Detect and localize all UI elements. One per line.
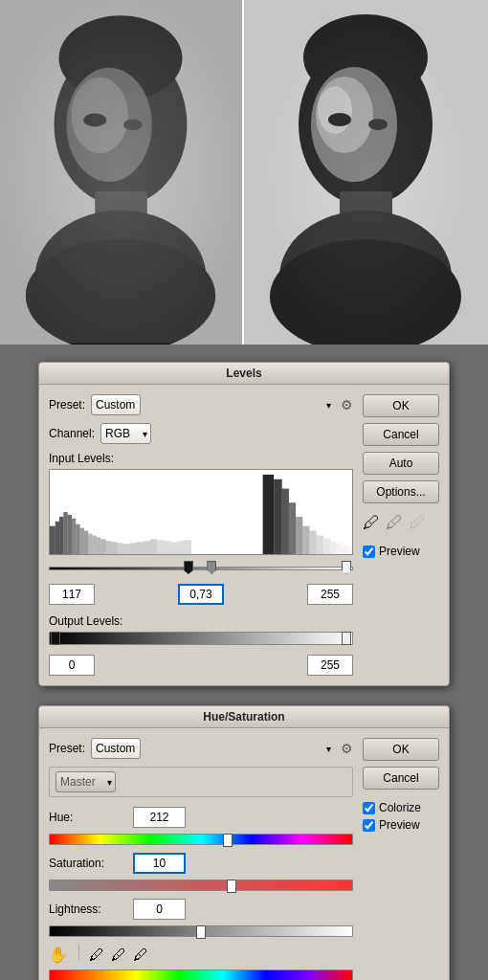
- lightness-slider-track[interactable]: [49, 925, 353, 937]
- huesat-check-rows: Colorize Preview: [363, 801, 439, 832]
- svg-rect-50: [263, 475, 274, 554]
- levels-dialog-title: Levels: [39, 363, 449, 385]
- svg-rect-42: [136, 542, 143, 554]
- input-level-values: [49, 584, 353, 605]
- levels-channel-select-wrapper: RGB: [100, 423, 151, 444]
- huesat-bottom: ✋ 🖊 🖊 🖊: [49, 945, 353, 964]
- levels-preset-select[interactable]: Custom: [91, 394, 141, 415]
- lightness-slider-thumb[interactable]: [196, 925, 206, 939]
- huesat-preset-select[interactable]: Custom: [91, 738, 141, 759]
- hs-eyedropper-minus-icon[interactable]: 🖊: [133, 947, 148, 963]
- levels-dialog-body: Preset: Custom ⚙ Channel: RGB: [39, 385, 449, 685]
- levels-options-button[interactable]: Options...: [363, 480, 439, 503]
- lightness-label: Lightness:: [49, 902, 125, 916]
- svg-rect-43: [144, 541, 150, 554]
- svg-rect-27: [63, 512, 67, 554]
- hs-eyedropper-icon[interactable]: 🖊: [89, 947, 104, 963]
- huesat-gear-icon[interactable]: ⚙: [341, 741, 353, 756]
- huesat-preview-checkbox[interactable]: [363, 819, 375, 832]
- levels-cancel-button[interactable]: Cancel: [363, 423, 439, 446]
- lightness-row: Lightness:: [49, 899, 353, 920]
- input-mid-value[interactable]: [178, 584, 224, 605]
- huesat-preset-row: Preset: Custom ⚙: [49, 738, 353, 759]
- hue-slider-row: [49, 834, 353, 845]
- svg-rect-59: [330, 541, 336, 554]
- saturation-label: Saturation:: [49, 857, 125, 870]
- hue-slider-thumb[interactable]: [223, 834, 233, 847]
- svg-rect-62: [346, 546, 352, 554]
- input-white-value[interactable]: [307, 584, 353, 605]
- svg-rect-46: [164, 541, 170, 554]
- huesat-main-panel: Preset: Custom ⚙ Master: [49, 738, 353, 980]
- saturation-slider-thumb[interactable]: [227, 880, 236, 893]
- svg-rect-29: [72, 519, 76, 554]
- output-black-thumb[interactable]: [51, 632, 60, 645]
- hue-slider-track[interactable]: [49, 834, 353, 845]
- output-slider-track: [49, 632, 353, 645]
- svg-rect-54: [296, 517, 302, 554]
- output-slider-row: [49, 632, 353, 651]
- eyedropper-black-icon[interactable]: 🖊: [363, 513, 380, 533]
- svg-rect-30: [76, 524, 79, 554]
- saturation-slider-track[interactable]: [49, 880, 353, 891]
- levels-channel-label: Channel:: [49, 427, 95, 440]
- huesat-buttons-panel: OK Cancel Colorize Preview: [363, 738, 439, 980]
- lightness-slider-row: [49, 925, 353, 937]
- levels-gear-icon[interactable]: ⚙: [341, 397, 353, 412]
- svg-rect-45: [157, 540, 164, 554]
- hue-row: Hue:: [49, 807, 353, 828]
- output-white-thumb[interactable]: [342, 632, 351, 645]
- levels-preset-label: Preset:: [49, 398, 85, 412]
- histogram-svg: [50, 470, 352, 554]
- svg-rect-57: [317, 535, 323, 554]
- svg-rect-41: [129, 543, 136, 554]
- svg-rect-31: [80, 528, 84, 554]
- input-black-thumb[interactable]: [184, 561, 193, 574]
- spectrum-input-bar: [49, 969, 353, 980]
- svg-rect-47: [170, 542, 177, 554]
- levels-preview-checkbox[interactable]: [363, 546, 375, 558]
- svg-rect-39: [117, 543, 122, 554]
- photo-preview-area: [0, 0, 488, 345]
- levels-preview-row: Preview: [363, 545, 439, 558]
- levels-preset-select-wrapper: Custom: [91, 394, 335, 415]
- levels-auto-button[interactable]: Auto: [363, 452, 439, 475]
- svg-rect-25: [55, 522, 59, 554]
- spectrum-bars: [49, 969, 353, 980]
- output-white-value[interactable]: [307, 655, 353, 676]
- input-mid-thumb[interactable]: [207, 561, 216, 574]
- hue-input[interactable]: [133, 807, 186, 828]
- lightness-input[interactable]: [133, 899, 186, 920]
- huesat-master-select[interactable]: Master: [55, 771, 116, 792]
- levels-preview-label: Preview: [379, 545, 420, 558]
- levels-channel-select[interactable]: RGB: [100, 423, 151, 444]
- huesat-dialog-title: Hue/Saturation: [39, 706, 449, 728]
- huesat-master-select-wrapper: Master: [55, 771, 116, 792]
- huesat-cancel-button[interactable]: Cancel: [363, 767, 439, 790]
- svg-rect-35: [97, 537, 100, 554]
- input-black-value[interactable]: [49, 584, 95, 605]
- svg-rect-32: [84, 531, 88, 554]
- levels-channel-row: Channel: RGB: [49, 423, 353, 444]
- output-black-value[interactable]: [49, 655, 95, 676]
- hue-label: Hue:: [49, 811, 125, 824]
- svg-rect-55: [302, 526, 309, 554]
- hs-eyedropper-plus-icon[interactable]: 🖊: [111, 947, 126, 963]
- svg-rect-51: [274, 479, 282, 554]
- svg-rect-49: [185, 540, 191, 554]
- svg-rect-24: [50, 526, 55, 554]
- levels-eyedroppers: 🖊 🖊 🖊: [363, 513, 439, 533]
- colorize-checkbox[interactable]: [363, 802, 375, 814]
- eyedropper-white-icon[interactable]: 🖊: [409, 513, 426, 533]
- huesat-dialog: Hue/Saturation Preset: Custom ⚙: [38, 705, 450, 980]
- svg-rect-10: [0, 1, 242, 343]
- dialogs-container: Levels Preset: Custom ⚙ Channel:: [0, 345, 488, 980]
- hand-tool-icon[interactable]: ✋: [49, 947, 68, 963]
- input-white-thumb[interactable]: [342, 561, 351, 574]
- svg-rect-53: [289, 502, 296, 554]
- saturation-input[interactable]: [133, 853, 186, 874]
- photo-after: [244, 0, 488, 345]
- eyedropper-mid-icon[interactable]: 🖊: [386, 513, 403, 533]
- huesat-ok-button[interactable]: OK: [363, 738, 439, 761]
- levels-ok-button[interactable]: OK: [363, 394, 439, 417]
